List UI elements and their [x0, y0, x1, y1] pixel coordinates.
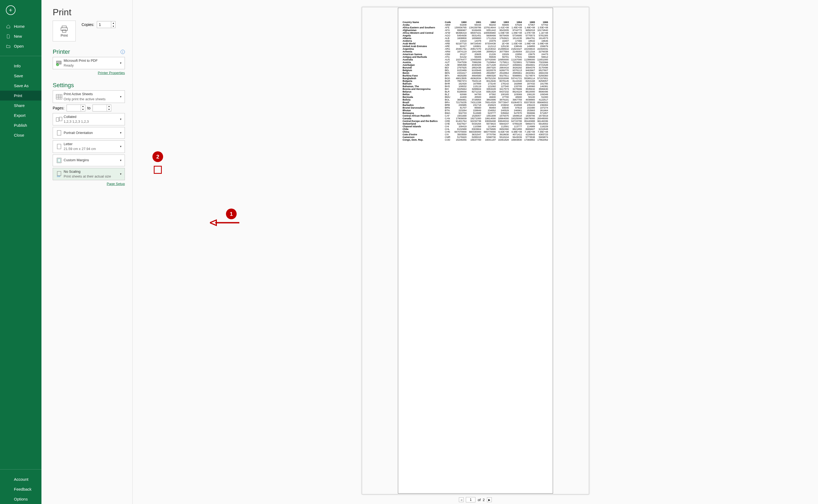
chevron-down-icon: ▼ [118, 132, 123, 134]
orientation-dropdown[interactable]: Portrait Orientation ▼ [53, 127, 125, 139]
nav-divider-bottom [0, 469, 41, 470]
print-preview-panel: Country NameCode196019611962196319641965… [132, 0, 818, 504]
nav-feedback-label: Feedback [14, 487, 32, 491]
svg-rect-13 [57, 144, 61, 149]
nav-print[interactable]: Print [0, 91, 41, 101]
margins-icon [55, 157, 64, 163]
nav-publish-label: Publish [14, 123, 27, 128]
printer-dropdown[interactable]: Microsoft Print to PDF Ready ▼ [53, 57, 125, 69]
svg-rect-12 [57, 130, 61, 135]
new-icon [6, 34, 11, 39]
nav-options[interactable]: Options [0, 494, 41, 504]
nav-close[interactable]: Close [0, 130, 41, 140]
preview-page: Country NameCode196019611962196319641965… [398, 8, 553, 494]
svg-rect-10 [56, 118, 59, 121]
nav-account[interactable]: Account [0, 474, 41, 484]
pages-to-label: to [87, 106, 91, 110]
prev-page-button[interactable]: ◀ [459, 497, 464, 502]
chevron-down-icon: ▼ [118, 118, 123, 121]
scaling-title: No Scaling [64, 169, 118, 174]
collate-sub: 1,2,3 1,2,3 1,2,3 [64, 119, 118, 124]
nav-new[interactable]: New [0, 31, 41, 41]
chevron-down-icon: ▼ [118, 159, 123, 162]
sheets-icon [55, 94, 64, 100]
home-icon [6, 24, 11, 29]
collate-icon [55, 117, 64, 122]
nav-account-label: Account [14, 477, 28, 482]
pages-to-input[interactable]: ▲▼ [93, 105, 111, 111]
svg-rect-2 [62, 30, 66, 32]
annotation-arrow [210, 219, 242, 226]
annotation-box-scaling [154, 166, 162, 174]
paper-icon [55, 144, 64, 149]
scaling-dropdown[interactable]: 100 No Scaling Print sheets at their act… [53, 168, 125, 180]
nav-info-label: Info [14, 64, 21, 68]
nav-export[interactable]: Export [0, 110, 41, 120]
printer-name: Microsoft Print to PDF [64, 58, 118, 63]
copies-field[interactable] [97, 22, 110, 27]
backstage-sidebar: Home New Open Info Save Save As Print Sh… [0, 0, 41, 504]
nav-close-label: Close [14, 133, 24, 137]
info-icon[interactable]: i [121, 50, 125, 54]
paper-dropdown[interactable]: Letter 21.59 cm x 27.94 cm ▼ [53, 140, 125, 153]
nav-share-label: Share [14, 103, 25, 108]
copies-up[interactable]: ▲ [111, 21, 115, 25]
nav-options-label: Options [14, 497, 28, 501]
nav-info[interactable]: Info [0, 61, 41, 71]
copies-label: Copies: [82, 22, 94, 27]
nav-publish[interactable]: Publish [0, 120, 41, 130]
nav-feedback[interactable]: Feedback [0, 484, 41, 494]
svg-rect-1 [61, 28, 67, 30]
back-button[interactable] [6, 5, 16, 15]
open-icon [6, 44, 11, 48]
pager-total: 2 [483, 498, 485, 502]
chevron-down-icon: ▼ [118, 145, 123, 148]
back-arrow-icon [8, 8, 13, 13]
annotation-badge-1: 1 [226, 209, 237, 219]
printer-status-icon [55, 60, 64, 66]
scaling-icon: 100 [55, 171, 64, 177]
pages-from-input[interactable]: ▲▼ [67, 105, 85, 111]
copies-input[interactable]: ▲▼ [97, 21, 116, 28]
pages-label: Pages: [53, 106, 64, 110]
print-what-title: Print Active Sheets [64, 92, 118, 97]
nav-new-label: New [14, 34, 22, 39]
printer-properties-link[interactable]: Printer Properties [53, 71, 125, 75]
svg-rect-15 [58, 159, 60, 162]
scaling-sub: Print sheets at their actual size [64, 174, 118, 179]
nav-home[interactable]: Home [0, 21, 41, 31]
next-page-button[interactable]: ▶ [487, 497, 492, 502]
svg-rect-11 [59, 117, 62, 121]
nav-open[interactable]: Open [0, 41, 41, 51]
print-what-dropdown[interactable]: Print Active Sheets Only print the activ… [53, 90, 125, 103]
pager-of-label: of [478, 498, 481, 502]
collate-dropdown[interactable]: Collated 1,2,3 1,2,3 1,2,3 ▼ [53, 113, 125, 125]
chevron-down-icon: ▼ [118, 95, 123, 98]
settings-heading: Settings [53, 82, 125, 89]
nav-saveas-label: Save As [14, 83, 29, 88]
current-page-input[interactable] [466, 497, 475, 502]
print-button-label: Print [61, 33, 68, 37]
collate-title: Collated [64, 114, 118, 119]
preview-table: Country NameCode196019611962196319641965… [402, 21, 548, 141]
print-what-sub: Only print the active sheets [64, 97, 118, 102]
preview-frame: Country NameCode196019611962196319641965… [362, 7, 589, 494]
page-navigator: ◀ of 2 ▶ [459, 497, 491, 502]
margins-dropdown[interactable]: Custom Margins ▼ [53, 155, 125, 166]
pages-range: Pages: ▲▼ to ▲▼ [53, 105, 125, 111]
printer-heading: Printer i [53, 48, 125, 55]
page-setup-link[interactable]: Page Setup [53, 182, 125, 186]
copies-down[interactable]: ▼ [111, 25, 115, 28]
svg-text:100: 100 [57, 175, 60, 177]
page-title: Print [53, 7, 125, 17]
nav-saveas[interactable]: Save As [0, 81, 41, 91]
portrait-icon [55, 130, 64, 136]
nav-save[interactable]: Save [0, 71, 41, 81]
nav-share[interactable]: Share [0, 101, 41, 110]
paper-title: Letter [64, 142, 118, 147]
nav-open-label: Open [14, 44, 24, 48]
nav-export-label: Export [14, 113, 25, 118]
print-button[interactable]: Print [53, 21, 76, 41]
svg-rect-0 [62, 26, 66, 28]
orientation-title: Portrait Orientation [64, 130, 118, 135]
